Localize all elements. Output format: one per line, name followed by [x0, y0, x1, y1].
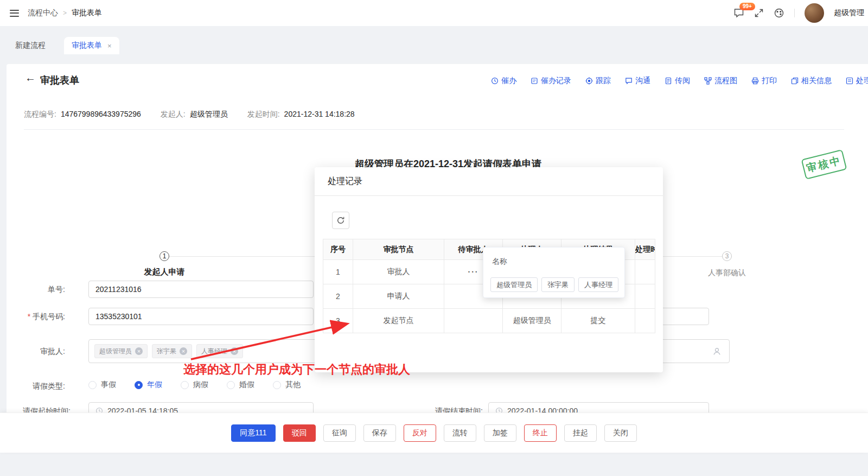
radio-icon	[181, 381, 189, 389]
flow-chart-button[interactable]: 流程图	[704, 76, 737, 86]
transfer-button[interactable]: 流转	[444, 424, 476, 442]
process-no-value: 1476799896433975296	[61, 110, 141, 119]
radio-annual-leave[interactable]: 年假	[135, 380, 162, 390]
step-3-label: 人事部确认	[694, 268, 760, 278]
communicate-label: 沟通	[635, 76, 650, 86]
page-toolbar: 催办 催办记录 跟踪 沟通 传阅 流程图	[491, 76, 868, 86]
initiate-time-value: 2021-12-31 14:18:28	[284, 110, 355, 119]
oppose-button[interactable]: 反对	[404, 424, 436, 442]
avatar[interactable]	[805, 3, 824, 23]
circulate-button[interactable]: 传阅	[665, 76, 690, 86]
radio-other-leave[interactable]: 其他	[273, 380, 301, 390]
cell-time	[635, 309, 655, 333]
refresh-button[interactable]	[332, 212, 349, 229]
user-picker-icon[interactable]	[712, 347, 722, 356]
tag-close-icon[interactable]: ×	[231, 347, 238, 355]
tab-new-process[interactable]: 新建流程	[15, 41, 46, 50]
step-1-circle: 1	[159, 251, 169, 261]
menu-toggle-icon[interactable]	[10, 10, 19, 17]
print-button[interactable]: 打印	[751, 76, 777, 86]
urge-record-label: 催办记录	[541, 76, 571, 86]
col-time: 处理时间	[635, 239, 655, 260]
agree-button[interactable]: 同意111	[231, 424, 275, 442]
radio-personal-leave[interactable]: 事假	[88, 380, 116, 390]
radio-label: 年假	[147, 380, 162, 390]
related-info-button[interactable]: 相关信息	[791, 76, 832, 86]
order-no-label: 单号:	[11, 284, 65, 295]
suspend-button[interactable]: 挂起	[564, 424, 597, 442]
cell-time	[635, 284, 655, 309]
action-bar: 同意111 驳回 征询 保存 反对 流转 加签 终止 挂起 关闭	[0, 412, 868, 453]
topbar: 流程中心 > 审批表单 99+ 超级管理员	[0, 0, 868, 26]
back-button[interactable]: ←	[25, 72, 36, 83]
breadcrumb-separator: >	[63, 9, 67, 17]
urge-record-button[interactable]: 催办记录	[531, 76, 571, 86]
tab-approval-form-label: 审批表单	[72, 41, 102, 50]
reject-button[interactable]: 驳回	[283, 424, 316, 442]
list-icon	[846, 77, 853, 85]
approver-tag: 张宇果 ×	[152, 344, 192, 358]
initiate-time: 发起时间: 2021-12-31 14:18:28	[247, 110, 355, 119]
col-node: 审批节点	[353, 239, 444, 260]
status-stamp: 审核中	[801, 149, 847, 180]
radio-label: 其他	[285, 380, 301, 390]
fullscreen-button[interactable]	[754, 8, 764, 18]
theme-button[interactable]	[774, 8, 784, 18]
modal-title: 处理记录	[315, 167, 663, 196]
approver-label: 审批人:	[11, 346, 65, 357]
start-time-input[interactable]: 2022-01-05 14:18:05	[88, 402, 314, 414]
topbar-divider	[794, 9, 795, 17]
circulate-label: 传阅	[675, 76, 690, 86]
approver-tag-label: 人事经理	[201, 347, 227, 356]
breadcrumb-item-process-center[interactable]: 流程中心	[28, 8, 58, 18]
breadcrumb: 流程中心 > 审批表单	[28, 8, 102, 18]
radio-icon	[227, 381, 235, 389]
countersign-button[interactable]: 加签	[484, 424, 516, 442]
end-time-input[interactable]: 2022-01-14 00:00:00	[488, 402, 709, 414]
track-button[interactable]: 跟踪	[585, 76, 611, 86]
fullscreen-icon	[754, 8, 764, 18]
close-button[interactable]: 关闭	[604, 424, 637, 442]
process-meta: 流程编号: 1476799896433975296 发起人: 超级管理员 发起时…	[24, 110, 355, 119]
radio-icon	[88, 381, 97, 389]
process-record-label: 处理记录	[856, 76, 868, 86]
messages-button[interactable]: 99+	[733, 8, 744, 18]
leave-type-label: 请假类型:	[11, 380, 65, 391]
order-no-input[interactable]: 20211231016	[88, 281, 314, 298]
tab-close-icon[interactable]: ×	[107, 42, 112, 49]
initiator-value: 超级管理员	[190, 110, 228, 119]
popover-name-item[interactable]: 人事经理	[578, 277, 618, 292]
terminate-button[interactable]: 终止	[524, 424, 557, 442]
cell-node: 申请人	[353, 284, 444, 309]
radio-label: 病假	[193, 380, 208, 390]
target-icon	[585, 77, 593, 85]
cell-handler: 超级管理员	[503, 309, 561, 333]
radio-checked-icon	[135, 381, 143, 389]
radio-marriage-leave[interactable]: 婚假	[227, 380, 254, 390]
radio-icon	[273, 381, 281, 389]
popover-name-item[interactable]: 超级管理员	[490, 277, 538, 292]
print-label: 打印	[762, 76, 777, 86]
urge-button[interactable]: 催办	[491, 76, 516, 86]
approver-tag-label: 张宇果	[157, 347, 176, 356]
breadcrumb-item-approval-form: 审批表单	[72, 8, 102, 18]
initiator: 发起人: 超级管理员	[161, 110, 228, 119]
urge-label: 催办	[501, 76, 516, 86]
consult-button[interactable]: 征询	[323, 424, 356, 442]
tab-approval-form[interactable]: 审批表单 ×	[64, 37, 119, 54]
file-icon	[665, 77, 672, 85]
tag-close-icon[interactable]: ×	[135, 347, 143, 355]
popover-name-item[interactable]: 张宇果	[541, 277, 575, 292]
screen: 流程中心 > 审批表单 99+ 超级管理员	[0, 0, 868, 476]
save-button[interactable]: 保存	[363, 424, 396, 442]
tag-close-icon[interactable]: ×	[180, 347, 187, 355]
cell-seq: 1	[323, 260, 353, 284]
tabbar: 新建流程 审批表单 ×	[0, 26, 868, 54]
message-count-badge: 99+	[739, 3, 755, 10]
initiator-label: 发起人:	[161, 110, 186, 119]
phone-input[interactable]: 13535230101	[88, 308, 314, 325]
process-record-button[interactable]: 处理记录	[846, 76, 868, 86]
related-info-label: 相关信息	[801, 76, 832, 86]
communicate-button[interactable]: 沟通	[625, 76, 650, 86]
radio-sick-leave[interactable]: 病假	[181, 380, 208, 390]
